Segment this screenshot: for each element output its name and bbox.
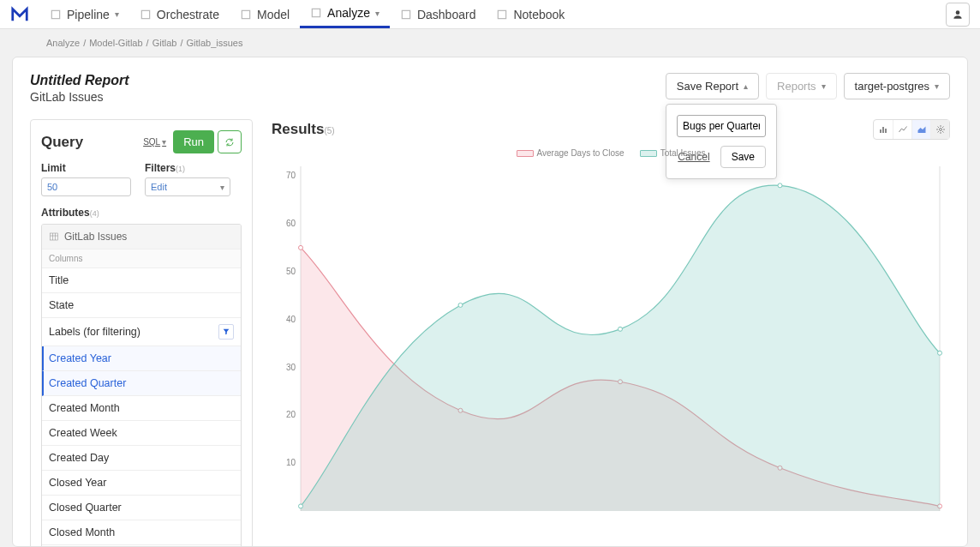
- logo: [10, 5, 29, 24]
- svg-rect-11: [880, 129, 881, 133]
- nav-dashboard[interactable]: Dashboard: [390, 0, 487, 28]
- bar-chart-tool[interactable]: [874, 120, 893, 139]
- svg-point-30: [458, 303, 463, 307]
- svg-rect-12: [882, 127, 884, 133]
- breadcrumb-link[interactable]: Analyze: [46, 38, 80, 48]
- svg-point-33: [938, 351, 942, 355]
- attribute-item[interactable]: Closed Month: [42, 520, 241, 545]
- filter-icon[interactable]: [218, 324, 234, 340]
- svg-point-14: [939, 129, 941, 131]
- chart-settings-tool[interactable]: [930, 120, 949, 139]
- attribute-item[interactable]: Closed Quarter: [42, 496, 241, 520]
- report-title: Untitled Report: [30, 73, 129, 88]
- chart-area: Average Days to CloseTotal Issues 102030…: [272, 148, 950, 526]
- attribute-item[interactable]: Created Year: [42, 346, 241, 371]
- columns-subheader: Columns: [42, 249, 241, 268]
- reports-label: Reports: [777, 80, 816, 93]
- report-subtitle: GitLab Issues: [30, 90, 129, 104]
- svg-point-29: [299, 504, 303, 508]
- save-report-label: Save Report: [677, 80, 738, 93]
- nav-orchestrate[interactable]: Orchestrate: [129, 0, 230, 28]
- model-icon: [240, 9, 252, 21]
- nav-analyze[interactable]: Analyze▾: [300, 0, 390, 28]
- filters-edit-select[interactable]: Edit▾: [145, 177, 230, 196]
- top-nav-bar: Pipeline▾OrchestrateModelAnalyze▾Dashboa…: [0, 0, 980, 29]
- nav-notebook[interactable]: Notebook: [486, 0, 575, 28]
- results-panel: Results(5) Average Days to CloseTotal Is…: [272, 119, 950, 526]
- svg-text:70: 70: [286, 171, 296, 180]
- svg-rect-7: [51, 233, 58, 240]
- svg-point-31: [618, 327, 623, 331]
- nav-pipeline[interactable]: Pipeline▾: [39, 0, 129, 28]
- svg-point-6: [956, 10, 960, 15]
- refresh-icon: [224, 137, 235, 147]
- chevron-up-icon: ▴: [744, 81, 748, 91]
- chart-legend: Average Days to CloseTotal Issues: [272, 148, 950, 158]
- chevron-down-icon: ▾: [935, 81, 939, 91]
- svg-text:20: 20: [286, 410, 296, 419]
- attributes-box: GitLab Issues Columns TitleStateLabels (…: [41, 224, 242, 547]
- area-chart-tool[interactable]: [911, 120, 930, 139]
- notebook-icon: [496, 9, 508, 21]
- filters-label: Filters(1): [145, 162, 230, 174]
- chevron-down-icon: ▾: [822, 81, 826, 91]
- table-icon: [49, 231, 59, 242]
- svg-rect-5: [499, 10, 506, 18]
- nav-model[interactable]: Model: [230, 0, 300, 28]
- legend-item: Total Issues: [640, 148, 706, 158]
- chevron-down-icon: ▾: [375, 9, 379, 18]
- breadcrumb: Analyze/Model-Gitlab/Gitlab/Gitlab_issue…: [0, 29, 980, 57]
- svg-text:60: 60: [286, 219, 296, 228]
- target-label: target-postgres: [855, 80, 929, 93]
- svg-text:40: 40: [286, 315, 296, 324]
- sql-link[interactable]: SQL▾: [143, 137, 166, 147]
- attributes-label: Attributes(4): [41, 207, 242, 219]
- main-card: Untitled Report GitLab Issues Save Repor…: [12, 57, 968, 547]
- reports-dropdown[interactable]: Reports ▾: [766, 73, 837, 99]
- attribute-item[interactable]: Created Day: [42, 446, 241, 471]
- report-header: Untitled Report GitLab Issues Save Repor…: [30, 73, 950, 104]
- chart-type-toolbar: [873, 119, 950, 140]
- run-button[interactable]: Run: [173, 130, 214, 153]
- target-select[interactable]: target-postgres ▾: [844, 73, 950, 99]
- user-icon: [952, 9, 964, 21]
- attribute-item[interactable]: Labels (for filtering): [42, 318, 241, 346]
- gear-icon: [935, 124, 946, 135]
- refresh-button[interactable]: [218, 130, 242, 153]
- svg-rect-4: [402, 10, 409, 18]
- attributes-source: GitLab Issues: [42, 225, 241, 249]
- limit-label: Limit: [41, 162, 131, 174]
- line-chart-tool[interactable]: [893, 120, 911, 139]
- attribute-item[interactable]: State: [42, 293, 241, 318]
- dashboard-icon: [400, 9, 412, 21]
- breadcrumb-link[interactable]: Gitlab: [152, 38, 177, 48]
- svg-text:30: 30: [286, 363, 296, 372]
- legend-item: Average Days to Close: [517, 148, 624, 158]
- attribute-item[interactable]: Closed Year: [42, 471, 241, 496]
- svg-point-24: [299, 245, 303, 249]
- user-menu-button[interactable]: [946, 3, 970, 27]
- save-report-button[interactable]: Save Report ▴: [666, 73, 759, 99]
- svg-text:50: 50: [286, 267, 296, 276]
- svg-rect-13: [885, 129, 887, 133]
- breadcrumb-link[interactable]: Model-Gitlab: [89, 38, 142, 48]
- limit-input[interactable]: [41, 177, 131, 196]
- report-name-input[interactable]: [677, 115, 766, 137]
- svg-point-32: [778, 183, 782, 188]
- query-heading: Query: [41, 134, 83, 151]
- svg-rect-3: [312, 9, 320, 16]
- pipeline-icon: [50, 9, 62, 21]
- results-heading: Results(5): [272, 121, 335, 138]
- attribute-item[interactable]: Created Week: [42, 421, 241, 446]
- svg-rect-1: [141, 10, 149, 18]
- breadcrumb-link[interactable]: Gitlab_issues: [186, 38, 242, 48]
- svg-text:10: 10: [286, 458, 296, 467]
- attribute-item[interactable]: Created Quarter: [42, 371, 241, 396]
- orchestrate-icon: [140, 9, 152, 21]
- area-chart: 10203040506070: [272, 161, 950, 521]
- analyze-icon: [310, 7, 322, 19]
- svg-rect-0: [51, 10, 59, 18]
- svg-rect-2: [242, 10, 249, 18]
- attribute-item[interactable]: Title: [42, 268, 241, 293]
- attribute-item[interactable]: Created Month: [42, 396, 241, 421]
